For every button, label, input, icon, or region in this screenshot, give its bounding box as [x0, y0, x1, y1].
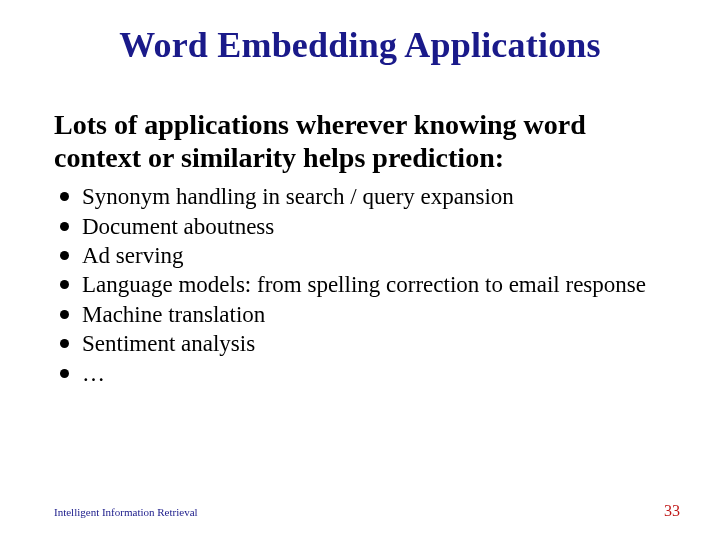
list-item: …	[54, 359, 664, 388]
slide: Word Embedding Applications Lots of appl…	[0, 0, 720, 540]
list-item: Document aboutness	[54, 212, 664, 241]
footer-text: Intelligent Information Retrieval	[54, 506, 198, 518]
slide-body: Lots of applications wherever knowing wo…	[54, 108, 664, 388]
list-item: Machine translation	[54, 300, 664, 329]
list-item: Synonym handling in search / query expan…	[54, 182, 664, 211]
slide-title: Word Embedding Applications	[0, 24, 720, 66]
page-number: 33	[664, 502, 680, 520]
list-item: Ad serving	[54, 241, 664, 270]
list-item: Language models: from spelling correctio…	[54, 270, 664, 299]
intro-text: Lots of applications wherever knowing wo…	[54, 108, 664, 174]
bullet-list: Synonym handling in search / query expan…	[54, 182, 664, 388]
list-item: Sentiment analysis	[54, 329, 664, 358]
